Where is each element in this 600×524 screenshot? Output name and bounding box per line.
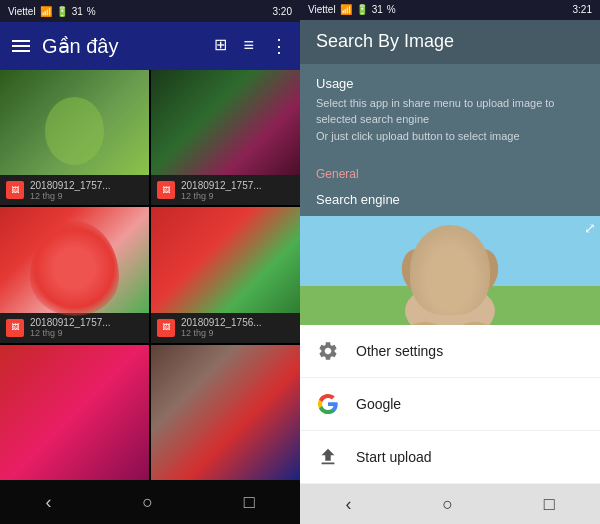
photo-info-3: 20180912_1757... 12 thg 9	[30, 317, 111, 338]
photo-date-4: 12 thg 9	[181, 328, 262, 338]
info-section: Usage Select this app in share menu to u…	[300, 64, 600, 157]
svg-point-12	[438, 278, 462, 294]
page-title: Gần đây	[42, 34, 202, 58]
svg-point-3	[412, 241, 488, 311]
photo-thumb-icon-3: 🖼	[6, 319, 24, 337]
time-display: 3:20	[273, 6, 292, 17]
signal-icon: 📶	[40, 6, 52, 17]
photo-image-5	[0, 345, 149, 480]
photo-cell-5[interactable]	[0, 345, 149, 480]
photo-cell-6[interactable]	[151, 345, 300, 480]
back-icon[interactable]: ‹	[45, 492, 51, 513]
photo-info-4: 20180912_1756... 12 thg 9	[181, 317, 262, 338]
dog-image	[300, 216, 600, 325]
photo-thumb-icon-1: 🖼	[6, 181, 24, 199]
svg-point-9	[457, 267, 467, 277]
left-status-bar: Viettel 📶 🔋 31% 3:20	[0, 0, 300, 22]
upload-icon	[316, 445, 340, 469]
photo-grid: 🖼 20180912_1757... 12 thg 9 🖼 20180912_1…	[0, 70, 300, 480]
start-upload-item[interactable]: Start upload	[300, 431, 600, 484]
photo-info-2: 20180912_1757... 12 thg 9	[181, 180, 262, 201]
right-battery-level: 31	[372, 4, 383, 15]
photo-name-4: 20180912_1756...	[181, 317, 262, 328]
photo-image-4	[151, 207, 300, 312]
recents-icon[interactable]: □	[244, 492, 255, 513]
right-status-right: 3:21	[573, 4, 592, 15]
photo-thumb-icon-2: 🖼	[157, 181, 175, 199]
right-home-icon[interactable]: ○	[442, 494, 453, 515]
photo-name-2: 20180912_1757...	[181, 180, 262, 191]
general-label: General	[316, 167, 359, 181]
usage-text: Select this app in share menu to upload …	[316, 95, 584, 145]
right-panel: Viettel 📶 🔋 31% 3:21 Search By Image Usa…	[300, 0, 600, 524]
grid-view-icon[interactable]: ⊞	[214, 35, 227, 57]
right-recents-icon[interactable]: □	[544, 494, 555, 515]
menu-icon[interactable]	[12, 40, 30, 52]
svg-point-11	[461, 269, 465, 273]
google-item[interactable]: Google	[300, 378, 600, 431]
photo-thumb-icon-4: 🖼	[157, 319, 175, 337]
right-signal-icon: 📶	[340, 4, 352, 15]
photo-name-3: 20180912_1757...	[30, 317, 111, 328]
photo-cell-3[interactable]: 🖼 20180912_1757... 12 thg 9	[0, 207, 149, 342]
crop-icon[interactable]: ⤢	[584, 220, 596, 236]
other-settings-item[interactable]: Other settings	[300, 325, 600, 378]
battery-icon: 🔋	[56, 6, 68, 17]
photo-meta-1: 🖼 20180912_1757... 12 thg 9	[0, 175, 149, 205]
google-icon	[316, 392, 340, 416]
dog-svg	[300, 216, 600, 325]
google-label: Google	[356, 396, 401, 412]
photo-image-6	[151, 345, 300, 480]
photo-image-1	[0, 70, 149, 175]
photo-meta-2: 🖼 20180912_1757... 12 thg 9	[151, 175, 300, 205]
photo-date-2: 12 thg 9	[181, 191, 262, 201]
photo-cell-4[interactable]: 🖼 20180912_1756... 12 thg 9	[151, 207, 300, 342]
left-nav-bar: ‹ ○ □	[0, 480, 300, 524]
dog-image-container: ⤢	[300, 216, 600, 325]
home-icon[interactable]: ○	[142, 492, 153, 513]
svg-point-6	[428, 264, 448, 284]
photo-image-3	[0, 207, 149, 312]
photo-cell-2[interactable]: 🖼 20180912_1757... 12 thg 9	[151, 70, 300, 205]
svg-point-7	[452, 264, 472, 284]
carrier-text: Viettel	[8, 6, 36, 17]
search-header: Search By Image	[300, 20, 600, 64]
start-upload-label: Start upload	[356, 449, 432, 465]
photo-date-1: 12 thg 9	[30, 191, 111, 201]
left-panel: Viettel 📶 🔋 31% 3:20 Gần đây ⊞ ≡ ⋮ 🖼	[0, 0, 300, 524]
photo-info-1: 20180912_1757... 12 thg 9	[30, 180, 111, 201]
photo-cell-1[interactable]: 🖼 20180912_1757... 12 thg 9	[0, 70, 149, 205]
search-engine-label: Search engine	[316, 192, 400, 207]
photo-date-3: 12 thg 9	[30, 328, 111, 338]
general-section: General	[300, 156, 600, 186]
status-right: 3:20	[273, 6, 292, 17]
search-engine-section: Search engine	[300, 186, 600, 216]
svg-point-8	[433, 267, 443, 277]
right-back-icon[interactable]: ‹	[345, 494, 351, 515]
right-battery-icon: 🔋	[356, 4, 368, 15]
svg-point-10	[437, 269, 441, 273]
right-nav-bar: ‹ ○ □	[300, 484, 600, 524]
battery-level: 31	[72, 6, 83, 17]
menu-items: Other settings Google Start upload	[300, 325, 600, 484]
svg-point-13	[441, 278, 459, 290]
right-carrier-text: Viettel	[308, 4, 336, 15]
gear-icon	[316, 339, 340, 363]
left-top-bar: Gần đây ⊞ ≡ ⋮	[0, 22, 300, 70]
toolbar-icons: ⊞ ≡ ⋮	[214, 35, 288, 57]
status-left: Viettel 📶 🔋 31%	[8, 6, 96, 17]
search-header-title: Search By Image	[316, 31, 454, 52]
filter-icon[interactable]: ≡	[243, 35, 254, 57]
svg-point-2	[405, 283, 495, 325]
photo-meta-3: 🖼 20180912_1757... 12 thg 9	[0, 313, 149, 343]
more-options-icon[interactable]: ⋮	[270, 35, 288, 57]
photo-name-1: 20180912_1757...	[30, 180, 111, 191]
photo-meta-4: 🖼 20180912_1756... 12 thg 9	[151, 313, 300, 343]
other-settings-label: Other settings	[356, 343, 443, 359]
right-status-left: Viettel 📶 🔋 31%	[308, 4, 396, 15]
right-time-display: 3:21	[573, 4, 592, 15]
usage-label: Usage	[316, 76, 584, 91]
photo-image-2	[151, 70, 300, 175]
right-status-bar: Viettel 📶 🔋 31% 3:21	[300, 0, 600, 20]
